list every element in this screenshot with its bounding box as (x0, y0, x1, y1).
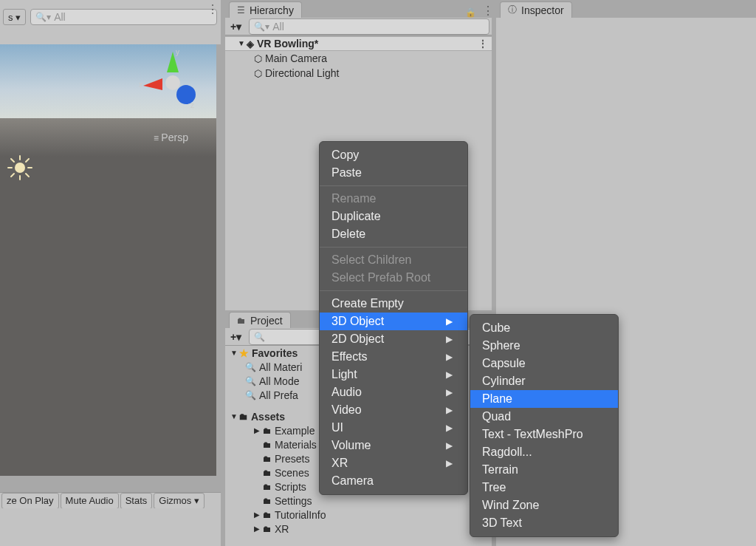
ctx-quad[interactable]: Quad (470, 408, 618, 426)
hierarchy-scene-row[interactable]: ▼ ◈ VR Bowling* ⋮ (223, 36, 494, 51)
stats-button[interactable]: Stats (120, 493, 153, 509)
project-tab[interactable]: 🖿 Project (229, 312, 291, 328)
hierarchy-search-input[interactable]: 🔍▾ All (249, 18, 489, 35)
search-icon: 🔍 (254, 332, 265, 342)
submenu-arrow-icon: ▶ (446, 334, 453, 344)
info-icon: ⓘ (508, 4, 517, 16)
svg-line-13 (26, 174, 29, 177)
folder-icon: 🖿 (263, 524, 272, 534)
directional-light-icon[interactable] (7, 155, 32, 180)
unity-logo-icon: ◈ (247, 38, 254, 50)
mute-audio-button[interactable]: Mute Audio (61, 493, 119, 509)
folder-icon: 🖿 (263, 426, 272, 436)
ctx-cube[interactable]: Cube (470, 319, 618, 337)
context-submenu-3d-object: Cube Sphere Capsule Cylinder Plane Quad … (470, 314, 619, 537)
ctx-capsule[interactable]: Capsule (470, 355, 618, 372)
ctx-paste[interactable]: Paste (320, 164, 467, 182)
ctx-effects[interactable]: Effects▶ (320, 348, 467, 366)
ctx-3d-object[interactable]: 3D Object▶ (320, 313, 467, 330)
create-dropdown[interactable]: +▾ (227, 20, 244, 33)
svg-line-14 (26, 159, 29, 162)
ctx-camera[interactable]: Camera (320, 472, 467, 490)
scene-bottom-toolbar: ze On Play Mute Audio Stats Gizmos ▾ (0, 492, 223, 508)
orientation-gizmo[interactable]: y x z (137, 47, 208, 118)
ctx-create-empty[interactable]: Create Empty (320, 295, 467, 313)
submenu-arrow-icon: ▶ (446, 352, 453, 362)
folder-icon: 🖿 (263, 440, 272, 450)
lock-icon[interactable]: 🔒 (465, 7, 479, 18)
submenu-arrow-icon: ▶ (446, 423, 453, 433)
ctx-wind-zone[interactable]: Wind Zone (470, 496, 618, 514)
inspector-tab[interactable]: ⓘ Inspector (500, 1, 572, 18)
scene-view-panel: s ▾ 🔍▾ All ⋮ y x z Persp (0, 0, 223, 476)
scene-toolbar: s ▾ 🔍▾ All ⋮ (0, 0, 223, 44)
ctx-rename: Rename (320, 190, 467, 208)
folder-icon: 🖿 (263, 482, 272, 492)
split-handle[interactable] (221, 0, 225, 546)
folder-icon: 🖿 (263, 510, 272, 520)
submenu-arrow-icon: ▶ (446, 369, 453, 380)
folder-icon: 🖿 (263, 468, 272, 478)
hierarchy-tab[interactable]: ☰ Hierarchy (229, 1, 302, 18)
svg-text:y: y (176, 48, 179, 56)
submenu-arrow-icon: ▶ (446, 440, 453, 451)
ctx-select-children: Select Children (320, 251, 467, 269)
ctx-volume[interactable]: Volume▶ (320, 437, 467, 454)
ctx-select-prefab-root: Select Prefab Root (320, 269, 467, 287)
folder-icon: 🖿 (263, 496, 272, 506)
ctx-tree[interactable]: Tree (470, 479, 618, 496)
ctx-3d-text[interactable]: 3D Text (470, 514, 618, 532)
project-folder[interactable]: ▶🖿Settings (223, 494, 494, 508)
search-icon: 🔍 (245, 362, 256, 372)
scene-menu-icon[interactable]: ⋮ (478, 38, 488, 50)
svg-point-3 (165, 75, 180, 90)
ctx-delete[interactable]: Delete (320, 225, 467, 243)
submenu-arrow-icon: ▶ (446, 458, 453, 468)
folder-icon: 🖿 (239, 412, 248, 422)
ctx-light[interactable]: Light▶ (320, 366, 467, 383)
ctx-copy[interactable]: Copy (320, 146, 467, 164)
ctx-audio[interactable]: Audio▶ (320, 383, 467, 401)
hierarchy-item[interactable]: ⬡ Directional Light (223, 66, 494, 81)
submenu-arrow-icon: ▶ (446, 387, 453, 397)
projection-label[interactable]: Persp (154, 132, 188, 143)
panel-menu-icon[interactable]: ⋮ (207, 2, 219, 16)
folder-icon: 🖿 (237, 315, 246, 326)
submenu-arrow-icon: ▶ (446, 316, 453, 327)
ctx-duplicate[interactable]: Duplicate (320, 208, 467, 225)
search-icon: 🔍▾ (254, 21, 269, 32)
svg-text:x: x (139, 81, 142, 89)
star-icon: ★ (239, 347, 249, 359)
svg-point-7 (15, 163, 25, 173)
ctx-video[interactable]: Video▶ (320, 401, 467, 419)
context-menu: Copy Paste Rename Duplicate Delete Selec… (319, 141, 468, 495)
search-icon: 🔍 (245, 390, 256, 400)
ctx-sphere[interactable]: Sphere (470, 337, 618, 355)
hierarchy-item[interactable]: ⬡ Main Camera (223, 51, 494, 66)
svg-line-15 (11, 174, 14, 177)
ctx-ragdoll[interactable]: Ragdoll... (470, 443, 618, 461)
gameobject-icon: ⬡ (254, 68, 262, 79)
ctx-cylinder[interactable]: Cylinder (470, 372, 618, 390)
gizmos-button[interactable]: Gizmos ▾ (154, 493, 205, 509)
maximize-on-play-button[interactable]: ze On Play (1, 493, 59, 509)
svg-marker-1 (143, 78, 162, 90)
gameobject-icon: ⬡ (254, 53, 262, 64)
project-folder[interactable]: ▶🖿TutorialInfo (223, 508, 494, 522)
ctx-text-tmp[interactable]: Text - TextMeshPro (470, 426, 618, 443)
create-asset-dropdown[interactable]: +▾ (227, 330, 244, 344)
scene-search-input[interactable]: 🔍▾ All (30, 9, 217, 25)
folder-icon: 🖿 (263, 454, 272, 464)
ctx-2d-object[interactable]: 2D Object▶ (320, 330, 467, 348)
ctx-plane[interactable]: Plane (470, 390, 618, 408)
ctx-ui[interactable]: UI▶ (320, 419, 467, 437)
submenu-arrow-icon: ▶ (446, 405, 453, 415)
svg-line-12 (11, 159, 14, 162)
svg-text:z: z (190, 101, 194, 109)
hierarchy-icon: ☰ (237, 5, 245, 16)
ctx-terrain[interactable]: Terrain (470, 461, 618, 479)
search-icon: 🔍 (245, 376, 256, 386)
ctx-xr[interactable]: XR▶ (320, 454, 467, 472)
project-folder[interactable]: ▶🖿XR (223, 522, 494, 536)
scene-dropdown-fragment[interactable]: s ▾ (3, 9, 26, 25)
